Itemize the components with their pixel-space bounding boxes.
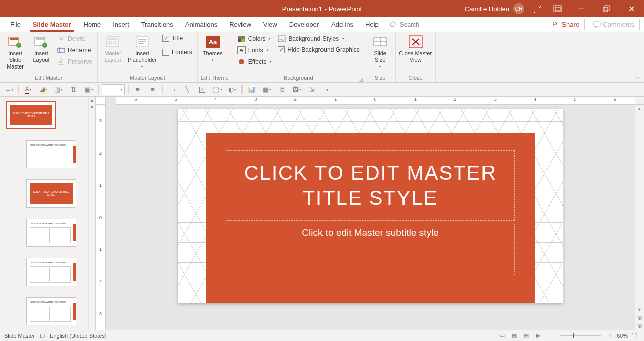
collapse-ribbon-icon[interactable]: ︿	[635, 73, 641, 81]
slideshow-icon[interactable]: ▶	[532, 331, 544, 340]
pen-icon[interactable]	[528, 0, 545, 17]
group-close: Close Master View Close	[396, 32, 436, 82]
fonts-button[interactable]: AFonts▾	[235, 45, 274, 55]
sorter-view-icon[interactable]: ▦	[508, 331, 520, 340]
crop-button[interactable]: ⧉	[276, 84, 288, 95]
reading-view-icon[interactable]: ▤	[520, 331, 532, 340]
layout-thumb[interactable]: CLICK TO EDIT MASTER TITLE STYLE	[26, 219, 76, 247]
align-left-button[interactable]: ≡	[132, 84, 144, 95]
tab-view[interactable]: View	[257, 18, 283, 31]
search-box[interactable]: Search	[390, 21, 419, 28]
hide-bg-checkbox[interactable]: ✓Hide Background Graphics	[276, 45, 361, 54]
font-color-button[interactable]: A▾	[22, 84, 34, 95]
zoom-in-button[interactable]: +	[605, 331, 617, 340]
textbox-button[interactable]: A	[196, 84, 208, 95]
tab-animations[interactable]: Animations	[179, 18, 223, 31]
tab-developer[interactable]: Developer	[283, 18, 325, 31]
rename-button[interactable]: Rename	[55, 45, 94, 55]
chart-button[interactable]: 📊	[246, 84, 258, 95]
insert-layout-button[interactable]: * Insert Layout	[29, 34, 53, 63]
normal-view-icon[interactable]: ▭	[496, 331, 508, 340]
ribbon: * Insert Slide Master * Insert Layout ✕D…	[0, 32, 644, 83]
group-button[interactable]: ▣▾	[83, 84, 95, 95]
layout-thumb[interactable]: CLICK TO EDIT MASTER TITLE STYLE	[26, 140, 76, 168]
fonts-icon: A	[237, 46, 246, 54]
table-button[interactable]: ▦▾	[261, 84, 273, 95]
layout-thumb[interactable]: CLICK TO EDIT MASTER TITLE STYLE	[26, 297, 76, 325]
highlight-button[interactable]: ◢▾	[37, 84, 49, 95]
themes-button[interactable]: Aa Themes ▾	[201, 34, 225, 63]
more-options-button[interactable]: ▾	[321, 84, 333, 95]
fit-window-icon[interactable]: ⛶	[628, 331, 640, 340]
avatar[interactable]: CH	[513, 3, 524, 14]
vertical-scrollbar[interactable]: ▲ ▼ ⦿ ⦿	[635, 105, 644, 330]
master-thumb[interactable]: CLICK TO EDIT MASTER TITLE STYLE	[6, 101, 56, 129]
slide-canvas[interactable]: CLICK TO EDIT MASTER TITLE STYLE Click t…	[106, 105, 635, 330]
send-back-button[interactable]: ⇲	[306, 84, 318, 95]
tab-file[interactable]: File	[4, 18, 27, 31]
line-shape-button[interactable]: ╲	[181, 84, 193, 95]
picture-button[interactable]: 🖼▾	[291, 84, 303, 95]
restore-button[interactable]	[596, 0, 617, 17]
tab-slide-master[interactable]: Slide Master	[27, 18, 77, 31]
dialog-launcher-icon[interactable]: ◿	[359, 77, 363, 82]
subtitle-placeholder[interactable]: Click to edit Master subtitle style	[226, 224, 515, 275]
close-master-view-button[interactable]: Close Master View	[399, 34, 432, 63]
tab-review[interactable]: Review	[223, 18, 257, 31]
zoom-out-button[interactable]: −	[544, 331, 556, 340]
more-shapes-button[interactable]: ◐▾	[226, 84, 238, 95]
display-options-icon[interactable]	[549, 0, 567, 17]
scroll-down-icon[interactable]: ▼	[89, 104, 95, 111]
colors-button[interactable]: Colors▾	[235, 34, 274, 44]
title-checkbox[interactable]: ✓Title	[160, 34, 194, 43]
bg-styles-button[interactable]: Background Styles▾	[276, 34, 361, 44]
next-slide-icon[interactable]: ⦿	[635, 322, 644, 330]
title-placeholder[interactable]: CLICK TO EDIT MASTER TITLE STYLE	[226, 150, 515, 221]
minimize-button[interactable]: ─	[571, 0, 592, 17]
slide-size-button[interactable]: Slide Size ▾	[368, 34, 392, 70]
ruler-horizontal[interactable]: 6543210123456	[116, 97, 635, 105]
layout-thumb[interactable]: CLICK TO EDIT MASTER TITLE STYLE	[26, 258, 76, 286]
sort-button[interactable]: ⇅	[67, 84, 79, 95]
spellcheck-icon[interactable]: ▢	[40, 332, 45, 339]
preserve-button[interactable]: Preserve	[55, 57, 94, 67]
slide[interactable]: CLICK TO EDIT MASTER TITLE STYLE Click t…	[178, 109, 563, 303]
shapes-button[interactable]: ◯▾	[211, 84, 223, 95]
shape-fill-button[interactable]: ▥▾	[52, 84, 64, 95]
preserve-icon	[57, 58, 65, 66]
align-right-button[interactable]: ≡	[147, 84, 159, 95]
ruler-vertical[interactable]: 3210123	[96, 105, 106, 330]
svg-rect-27	[238, 36, 242, 39]
svg-rect-0	[554, 6, 562, 12]
share-button[interactable]: Share	[547, 19, 585, 30]
thumbnail-pane[interactable]: CLICK TO EDIT MASTER TITLE STYLE CLICK T…	[0, 97, 96, 330]
zoom-slider[interactable]	[560, 335, 601, 336]
tab-help[interactable]: Help	[359, 18, 385, 31]
share-icon	[552, 21, 559, 28]
svg-rect-1	[555, 7, 560, 10]
status-language[interactable]: English (United States)	[50, 333, 107, 339]
layout-thumb[interactable]: CLICK TO EDIT MASTER TITLE STYLE	[26, 179, 76, 208]
tab-addins[interactable]: Add-ins	[325, 18, 359, 31]
thumbs-scrollbar[interactable]: ▲ ▼	[88, 97, 95, 330]
insert-slide-master-button[interactable]: * Insert Slide Master	[3, 34, 27, 70]
zoom-level[interactable]: 60%	[617, 333, 628, 339]
user-name[interactable]: Camille Holden	[465, 5, 509, 13]
align-objects-button[interactable]: ⫠▾	[3, 84, 15, 95]
group-edit-theme: Aa Themes ▾ Edit Theme	[198, 32, 232, 82]
rect-shape-button[interactable]: ▭	[166, 84, 178, 95]
tab-home[interactable]: Home	[77, 18, 107, 31]
close-window-button[interactable]: ✕	[621, 0, 642, 17]
tab-transitions[interactable]: Transitions	[135, 18, 179, 31]
comments-button[interactable]: Comments	[588, 19, 640, 30]
style-dropdown[interactable]: ▾	[102, 84, 125, 95]
scroll-up-icon[interactable]: ▲	[89, 97, 95, 104]
prev-slide-icon[interactable]: ⦿	[635, 314, 644, 322]
delete-button[interactable]: ✕Delete	[55, 34, 94, 44]
tab-insert[interactable]: Insert	[107, 18, 135, 31]
insert-placeholder-button[interactable]: Insert Placeholder ▾	[127, 34, 158, 70]
scroll-down-icon[interactable]: ▼	[635, 306, 644, 314]
footers-checkbox[interactable]: Footers	[160, 48, 194, 57]
effects-button[interactable]: Effects▾	[235, 57, 274, 67]
scroll-up-icon[interactable]: ▲	[635, 105, 644, 113]
